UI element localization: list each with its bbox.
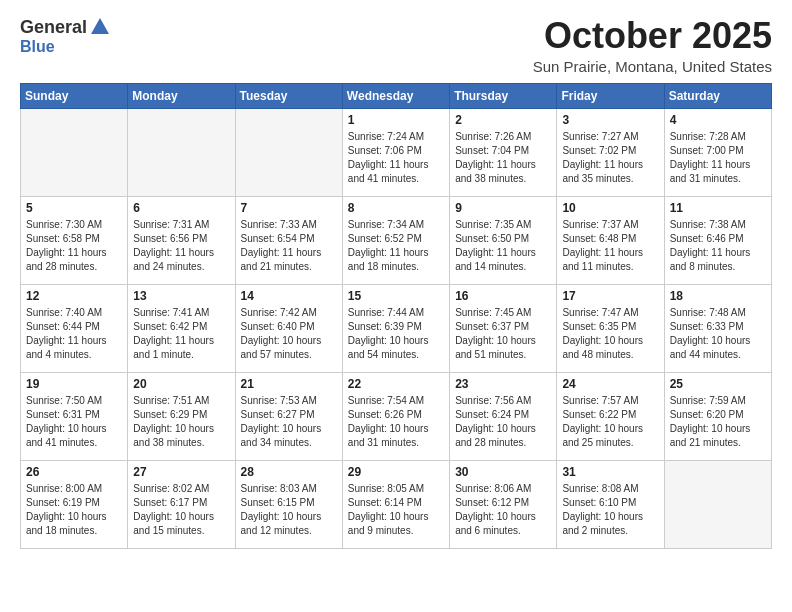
svg-marker-0 (91, 18, 109, 34)
day-info: Sunrise: 7:26 AMSunset: 7:04 PMDaylight:… (455, 130, 551, 186)
table-row: 26Sunrise: 8:00 AMSunset: 6:19 PMDayligh… (21, 460, 128, 548)
day-info: Sunrise: 7:53 AMSunset: 6:27 PMDaylight:… (241, 394, 337, 450)
day-info: Sunrise: 8:08 AMSunset: 6:10 PMDaylight:… (562, 482, 658, 538)
table-row (235, 108, 342, 196)
header-monday: Monday (128, 83, 235, 108)
table-row: 19Sunrise: 7:50 AMSunset: 6:31 PMDayligh… (21, 372, 128, 460)
table-row (128, 108, 235, 196)
header-tuesday: Tuesday (235, 83, 342, 108)
table-row: 27Sunrise: 8:02 AMSunset: 6:17 PMDayligh… (128, 460, 235, 548)
location-subtitle: Sun Prairie, Montana, United States (533, 58, 772, 75)
table-row: 9Sunrise: 7:35 AMSunset: 6:50 PMDaylight… (450, 196, 557, 284)
table-row: 28Sunrise: 8:03 AMSunset: 6:15 PMDayligh… (235, 460, 342, 548)
day-number: 24 (562, 377, 658, 391)
day-info: Sunrise: 7:38 AMSunset: 6:46 PMDaylight:… (670, 218, 766, 274)
table-row: 6Sunrise: 7:31 AMSunset: 6:56 PMDaylight… (128, 196, 235, 284)
day-number: 27 (133, 465, 229, 479)
day-info: Sunrise: 8:00 AMSunset: 6:19 PMDaylight:… (26, 482, 122, 538)
day-number: 9 (455, 201, 551, 215)
calendar-week-row: 19Sunrise: 7:50 AMSunset: 6:31 PMDayligh… (21, 372, 772, 460)
table-row: 21Sunrise: 7:53 AMSunset: 6:27 PMDayligh… (235, 372, 342, 460)
table-row: 17Sunrise: 7:47 AMSunset: 6:35 PMDayligh… (557, 284, 664, 372)
day-info: Sunrise: 7:48 AMSunset: 6:33 PMDaylight:… (670, 306, 766, 362)
day-number: 4 (670, 113, 766, 127)
table-row: 10Sunrise: 7:37 AMSunset: 6:48 PMDayligh… (557, 196, 664, 284)
day-info: Sunrise: 7:50 AMSunset: 6:31 PMDaylight:… (26, 394, 122, 450)
day-info: Sunrise: 7:33 AMSunset: 6:54 PMDaylight:… (241, 218, 337, 274)
table-row: 1Sunrise: 7:24 AMSunset: 7:06 PMDaylight… (342, 108, 449, 196)
day-number: 23 (455, 377, 551, 391)
day-info: Sunrise: 8:06 AMSunset: 6:12 PMDaylight:… (455, 482, 551, 538)
day-info: Sunrise: 7:51 AMSunset: 6:29 PMDaylight:… (133, 394, 229, 450)
day-number: 10 (562, 201, 658, 215)
day-number: 14 (241, 289, 337, 303)
table-row: 7Sunrise: 7:33 AMSunset: 6:54 PMDaylight… (235, 196, 342, 284)
day-number: 5 (26, 201, 122, 215)
day-number: 17 (562, 289, 658, 303)
day-info: Sunrise: 7:24 AMSunset: 7:06 PMDaylight:… (348, 130, 444, 186)
day-number: 2 (455, 113, 551, 127)
day-info: Sunrise: 8:05 AMSunset: 6:14 PMDaylight:… (348, 482, 444, 538)
table-row: 16Sunrise: 7:45 AMSunset: 6:37 PMDayligh… (450, 284, 557, 372)
table-row: 3Sunrise: 7:27 AMSunset: 7:02 PMDaylight… (557, 108, 664, 196)
table-row: 25Sunrise: 7:59 AMSunset: 6:20 PMDayligh… (664, 372, 771, 460)
day-number: 3 (562, 113, 658, 127)
day-number: 31 (562, 465, 658, 479)
day-number: 30 (455, 465, 551, 479)
day-number: 18 (670, 289, 766, 303)
calendar-table: Sunday Monday Tuesday Wednesday Thursday… (20, 83, 772, 549)
calendar-week-row: 5Sunrise: 7:30 AMSunset: 6:58 PMDaylight… (21, 196, 772, 284)
table-row (664, 460, 771, 548)
header-wednesday: Wednesday (342, 83, 449, 108)
table-row: 5Sunrise: 7:30 AMSunset: 6:58 PMDaylight… (21, 196, 128, 284)
day-number: 6 (133, 201, 229, 215)
calendar-week-row: 12Sunrise: 7:40 AMSunset: 6:44 PMDayligh… (21, 284, 772, 372)
day-number: 26 (26, 465, 122, 479)
weekday-header-row: Sunday Monday Tuesday Wednesday Thursday… (21, 83, 772, 108)
day-number: 29 (348, 465, 444, 479)
table-row: 12Sunrise: 7:40 AMSunset: 6:44 PMDayligh… (21, 284, 128, 372)
day-info: Sunrise: 7:27 AMSunset: 7:02 PMDaylight:… (562, 130, 658, 186)
day-info: Sunrise: 7:34 AMSunset: 6:52 PMDaylight:… (348, 218, 444, 274)
table-row: 4Sunrise: 7:28 AMSunset: 7:00 PMDaylight… (664, 108, 771, 196)
table-row: 20Sunrise: 7:51 AMSunset: 6:29 PMDayligh… (128, 372, 235, 460)
header-thursday: Thursday (450, 83, 557, 108)
day-info: Sunrise: 7:42 AMSunset: 6:40 PMDaylight:… (241, 306, 337, 362)
title-block: October 2025 Sun Prairie, Montana, Unite… (533, 16, 772, 75)
table-row: 2Sunrise: 7:26 AMSunset: 7:04 PMDaylight… (450, 108, 557, 196)
logo: General Blue (20, 16, 111, 56)
day-number: 19 (26, 377, 122, 391)
table-row: 14Sunrise: 7:42 AMSunset: 6:40 PMDayligh… (235, 284, 342, 372)
day-info: Sunrise: 7:44 AMSunset: 6:39 PMDaylight:… (348, 306, 444, 362)
day-number: 11 (670, 201, 766, 215)
day-info: Sunrise: 7:41 AMSunset: 6:42 PMDaylight:… (133, 306, 229, 362)
table-row: 11Sunrise: 7:38 AMSunset: 6:46 PMDayligh… (664, 196, 771, 284)
table-row: 23Sunrise: 7:56 AMSunset: 6:24 PMDayligh… (450, 372, 557, 460)
table-row: 22Sunrise: 7:54 AMSunset: 6:26 PMDayligh… (342, 372, 449, 460)
day-number: 21 (241, 377, 337, 391)
day-number: 8 (348, 201, 444, 215)
day-info: Sunrise: 7:37 AMSunset: 6:48 PMDaylight:… (562, 218, 658, 274)
day-number: 13 (133, 289, 229, 303)
day-info: Sunrise: 7:47 AMSunset: 6:35 PMDaylight:… (562, 306, 658, 362)
day-info: Sunrise: 7:57 AMSunset: 6:22 PMDaylight:… (562, 394, 658, 450)
day-number: 12 (26, 289, 122, 303)
table-row: 24Sunrise: 7:57 AMSunset: 6:22 PMDayligh… (557, 372, 664, 460)
table-row: 29Sunrise: 8:05 AMSunset: 6:14 PMDayligh… (342, 460, 449, 548)
table-row: 8Sunrise: 7:34 AMSunset: 6:52 PMDaylight… (342, 196, 449, 284)
calendar-week-row: 1Sunrise: 7:24 AMSunset: 7:06 PMDaylight… (21, 108, 772, 196)
day-number: 1 (348, 113, 444, 127)
day-info: Sunrise: 7:31 AMSunset: 6:56 PMDaylight:… (133, 218, 229, 274)
header-sunday: Sunday (21, 83, 128, 108)
day-info: Sunrise: 7:45 AMSunset: 6:37 PMDaylight:… (455, 306, 551, 362)
table-row (21, 108, 128, 196)
day-info: Sunrise: 8:02 AMSunset: 6:17 PMDaylight:… (133, 482, 229, 538)
day-info: Sunrise: 7:28 AMSunset: 7:00 PMDaylight:… (670, 130, 766, 186)
table-row: 18Sunrise: 7:48 AMSunset: 6:33 PMDayligh… (664, 284, 771, 372)
day-info: Sunrise: 7:35 AMSunset: 6:50 PMDaylight:… (455, 218, 551, 274)
day-info: Sunrise: 7:54 AMSunset: 6:26 PMDaylight:… (348, 394, 444, 450)
calendar-week-row: 26Sunrise: 8:00 AMSunset: 6:19 PMDayligh… (21, 460, 772, 548)
logo-blue-text: Blue (20, 38, 55, 56)
day-number: 20 (133, 377, 229, 391)
page: General Blue October 2025 Sun Prairie, M… (0, 0, 792, 612)
